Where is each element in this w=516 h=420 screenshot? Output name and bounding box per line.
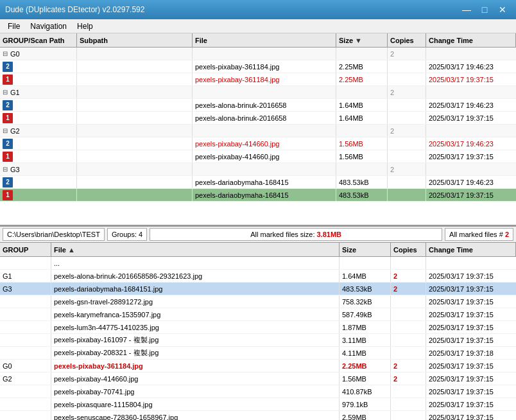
lower-copies-cell (391, 411, 426, 420)
maximize-button[interactable]: □ (476, 3, 493, 16)
lower-data-row[interactable]: pexels-gsn-travel-28891272.jpg 758.32kB … (0, 295, 516, 308)
group-id-cell: ⊟ G2 (0, 125, 77, 137)
menu-file[interactable]: File (3, 21, 25, 32)
group-badge: 2 (3, 100, 13, 110)
sort-arrow-size: ▼ (355, 37, 362, 44)
lower-data-row[interactable]: pexels-pixabay-161097 - 複製.jpg 3.11MB 20… (0, 334, 516, 347)
change-time-cell: 2025/03/17 19:46:23 (426, 99, 516, 111)
lower-col-header-change[interactable]: Change Time (426, 243, 516, 256)
lower-change-cell: 2025/03/17 19:37:15 (426, 334, 516, 346)
lower-change-cell: 2025/03/17 19:37:15 (426, 308, 516, 320)
upper-group-header-G0[interactable]: ⊟ G0 2 (0, 48, 516, 60)
change-time-cell: 2025/03/17 19:37:15 (426, 73, 516, 85)
lower-data-row[interactable]: G1 pexels-alona-brinuk-2016658586-293216… (0, 270, 516, 283)
change-cell (426, 125, 516, 137)
size-cell (336, 48, 388, 60)
size-cell (336, 125, 388, 137)
badge-cell: 2 (0, 176, 77, 188)
lower-change-cell: 2025/03/17 19:37:15 (426, 283, 516, 295)
upper-data-row[interactable]: 2 pexels-alona-brinuk-2016658 1.64MB 202… (0, 99, 516, 112)
upper-group-header-G1[interactable]: ⊟ G1 2 (0, 86, 516, 99)
lower-data-row[interactable]: pexels-senuscape-728360-1658967.jpg 2.59… (0, 411, 516, 420)
lower-group-cell (0, 257, 51, 269)
lower-file-cell: pexels-pixabay-70741.jpg (51, 385, 340, 398)
lower-col-header-file[interactable]: File ▲ (51, 243, 340, 256)
lower-data-row[interactable]: pexels-pixabay-70741.jpg 410.87kB 2025/0… (0, 385, 516, 398)
lower-col-header-size[interactable]: Size (340, 243, 391, 256)
lower-change-cell (426, 257, 516, 269)
upper-data-row[interactable]: 1 pexels-alona-brinuk-2016658 1.64MB 202… (0, 112, 516, 125)
lower-change-cell: 2025/03/17 19:37:15 (426, 295, 516, 308)
file-name-cell: pexels-alona-brinuk-2016658 (193, 99, 336, 111)
lower-size-cell: 2.59MB (340, 411, 391, 420)
group-id: G0 (10, 50, 20, 58)
group-badge: 2 (3, 177, 13, 188)
lower-data-row[interactable]: G2 pexels-pixabay-414660.jpg 1.56MB 2 20… (0, 372, 516, 385)
lower-size-cell: 1.87MB (340, 321, 391, 333)
lower-copies-cell: 2 (391, 283, 426, 295)
upper-data-row[interactable]: 2 pexels-dariaobymaha-168415 483.53kB 20… (0, 176, 516, 189)
lower-data-row[interactable]: pexels-karymefranca-1535907.jpg 587.49kB… (0, 308, 516, 321)
upper-group-header-G2[interactable]: ⊟ G2 2 (0, 125, 516, 137)
lower-data-row[interactable]: pexels-pixasquare-1115804.jpg 979.1kB 20… (0, 398, 516, 411)
subpath-cell (77, 73, 193, 85)
badge-cell: 1 (0, 112, 77, 124)
lower-col-header-copies[interactable]: Copies (391, 243, 426, 256)
upper-data-row[interactable]: 2 pexels-pixabay-414660.jpg 1.56MB 2025/… (0, 137, 516, 150)
size-cell: 483.53kB (336, 189, 388, 201)
minimize-button[interactable]: — (458, 3, 475, 16)
group-badge: 2 (3, 62, 13, 72)
lower-data-row[interactable]: pexels-lum3n-44775-1410235.jpg 1.87MB 20… (0, 321, 516, 334)
group-badge: 1 (3, 152, 13, 162)
lower-size-cell: 1.64MB (340, 270, 391, 282)
group-badge: 2 (3, 139, 13, 149)
upper-col-header-subpath[interactable]: Subpath (77, 33, 193, 47)
lower-size-cell: 979.1kB (340, 398, 391, 410)
upper-data-row[interactable]: 1 pexels-dariaobymaha-168415 483.53kB 20… (0, 189, 516, 202)
upper-panel: GROUP/Scan Path Subpath File Size ▼ Copi… (0, 33, 516, 226)
subpath-cell (77, 137, 193, 150)
expand-icon: ⊟ (3, 50, 8, 57)
lower-group-cell (0, 347, 51, 359)
change-cell (426, 163, 516, 175)
upper-data-row[interactable]: 2 pexels-pixabay-361184.jpg 2.25MB 2025/… (0, 60, 516, 73)
lower-change-cell: 2025/03/17 19:37:15 (426, 411, 516, 420)
lower-data-row[interactable]: ... (0, 257, 516, 270)
file-name-cell: pexels-pixabay-361184.jpg (193, 73, 336, 85)
lower-group-cell (0, 308, 51, 320)
upper-col-header-group[interactable]: GROUP/Scan Path (0, 33, 77, 47)
lower-copies-cell (391, 308, 426, 320)
copies-cell: 2 (388, 163, 426, 175)
close-button[interactable]: ✕ (494, 3, 511, 16)
lower-col-header-group[interactable]: GROUP (0, 243, 51, 256)
lower-size-cell: 2.25MB (340, 360, 391, 372)
lower-data-row[interactable]: pexels-pixabay-208321 - 複製.jpg 4.11MB 20… (0, 347, 516, 360)
subpath-cell (77, 189, 193, 201)
upper-col-header-size[interactable]: Size ▼ (336, 33, 388, 47)
change-time-cell: 2025/03/17 19:37:15 (426, 112, 516, 124)
lower-data-row[interactable]: G3 pexels-dariaobymaha-1684151.jpg 483.5… (0, 283, 516, 295)
size-cell: 1.64MB (336, 112, 388, 124)
upper-data-row[interactable]: 1 pexels-pixabay-414660.jpg 1.56MB 2025/… (0, 150, 516, 163)
lower-copies-cell: 2 (391, 360, 426, 372)
file-name-cell: pexels-dariaobymaha-168415 (193, 176, 336, 188)
title-bar: Dude (DUplicates DEtector) v2.0297.592 —… (0, 0, 516, 19)
menu-help[interactable]: Help (72, 21, 98, 32)
lower-group-cell (0, 398, 51, 410)
menu-navigation[interactable]: Navigation (25, 21, 72, 32)
subpath-cell (77, 48, 193, 60)
path-segment: C:\Users\brian\Desktop\TEST (3, 228, 105, 241)
lower-table-header: GROUP File ▲ Size Copies Change Time (0, 243, 516, 257)
change-time-cell: 2025/03/17 19:46:23 (426, 60, 516, 73)
upper-col-header-file[interactable]: File (193, 33, 336, 47)
upper-group-header-G3[interactable]: ⊟ G3 2 (0, 163, 516, 176)
lower-copies-cell (391, 334, 426, 346)
subpath-cell (77, 86, 193, 98)
lower-change-cell: 2025/03/17 19:37:15 (426, 398, 516, 410)
upper-col-header-copies[interactable]: Copies (388, 33, 426, 47)
upper-col-header-change[interactable]: Change Time (426, 33, 516, 47)
size-cell: 1.64MB (336, 99, 388, 111)
subpath-cell (77, 60, 193, 73)
upper-data-row[interactable]: 1 pexels-pixabay-361184.jpg 2.25MB 2025/… (0, 73, 516, 86)
lower-data-row[interactable]: G0 pexels-pixabay-361184.jpg 2.25MB 2 20… (0, 360, 516, 372)
